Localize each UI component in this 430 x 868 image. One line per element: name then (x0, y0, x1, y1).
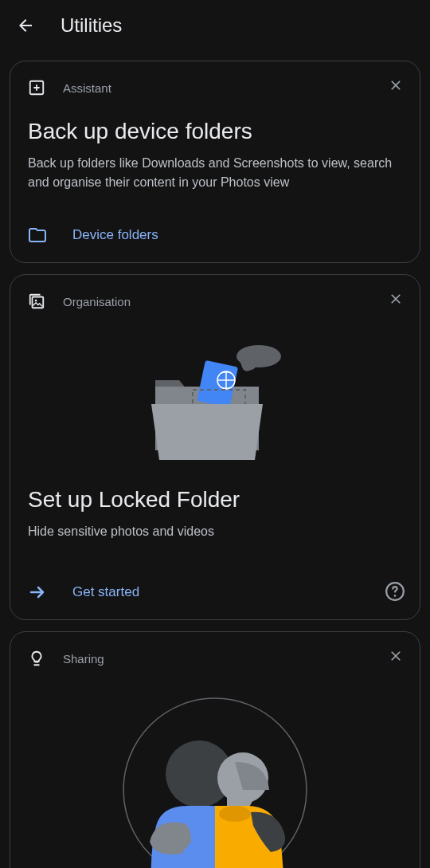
card-description: Hide sensitive photos and videos (28, 522, 402, 541)
sharing-illustration (28, 686, 402, 868)
card-header: Organisation (28, 293, 402, 310)
back-button[interactable] (16, 16, 35, 35)
close-button[interactable] (386, 289, 405, 308)
close-button[interactable] (386, 646, 405, 666)
locked-folder-illustration (28, 332, 402, 468)
card-category-label: Organisation (63, 295, 131, 308)
card-header: Assistant (28, 79, 402, 96)
svg-point-2 (35, 300, 37, 302)
organisation-card: Organisation (10, 274, 420, 620)
arrow-right-icon (28, 583, 47, 602)
card-header: Sharing (28, 650, 402, 667)
assistant-icon (28, 79, 45, 96)
assistant-card: Assistant Back up device folders Back up… (10, 61, 420, 263)
svg-point-12 (394, 595, 397, 597)
card-category-label: Assistant (63, 81, 111, 95)
card-description: Back up folders like Downloads and Scree… (28, 154, 402, 192)
folder-icon (28, 226, 47, 245)
card-title: Set up Locked Folder (28, 487, 402, 513)
content-area: Assistant Back up device folders Back up… (0, 51, 430, 868)
get-started-link[interactable]: Get started (72, 584, 139, 600)
close-button[interactable] (386, 76, 405, 95)
gallery-icon (28, 293, 45, 310)
card-title: Back up device folders (28, 119, 402, 144)
card-action-row: Device folders (28, 226, 402, 245)
header: Utilities (0, 0, 430, 51)
help-button[interactable] (385, 581, 405, 605)
svg-point-16 (219, 806, 251, 822)
device-folders-link[interactable]: Device folders (72, 227, 158, 243)
lightbulb-icon (28, 650, 45, 667)
sharing-card: Sharing (10, 631, 420, 868)
card-action-row: Get started (28, 583, 402, 602)
card-category-label: Sharing (63, 652, 104, 666)
page-title: Utilities (61, 14, 122, 37)
